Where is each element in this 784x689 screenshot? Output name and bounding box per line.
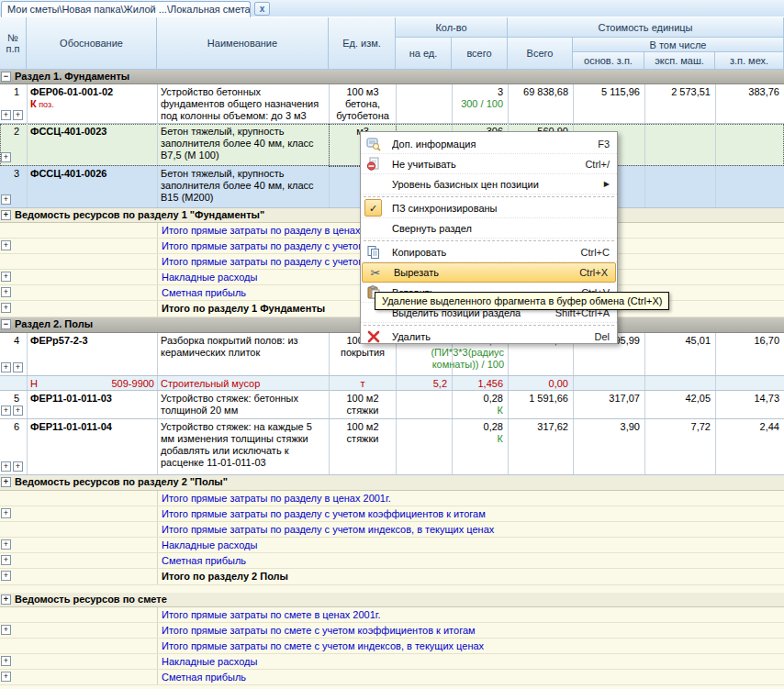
- summary-row[interactable]: Итого прямые затраты по смете в ценах 20…: [0, 607, 784, 623]
- expand-icon[interactable]: +: [13, 461, 23, 472]
- cell-row-num[interactable]: 6 + +: [0, 419, 27, 474]
- expand-icon[interactable]: +: [1, 362, 11, 372]
- summary-row[interactable]: + Сметная прибыль: [0, 553, 784, 569]
- expand-icon[interactable]: +: [1, 477, 11, 487]
- cell-mech-salary[interactable]: 383,76: [715, 84, 784, 123]
- cell-base-salary[interactable]: [573, 376, 644, 390]
- cell-code[interactable]: ФЕРр57-2-3: [27, 333, 157, 375]
- menu-item-base-price-level[interactable]: Уровень базисных цен позиции ▶: [361, 174, 617, 194]
- cell-code[interactable]: ФЕР06-01-001-02 К поз.: [27, 84, 157, 123]
- tab-close-button[interactable]: x: [254, 2, 270, 16]
- cell-base-salary[interactable]: 317,07: [573, 391, 644, 418]
- cell-code[interactable]: Н 509-9900: [27, 376, 157, 390]
- cell-name[interactable]: Бетон тяжелый, крупность заполнителя бол…: [157, 166, 329, 207]
- cell-total[interactable]: 317,62: [508, 419, 573, 474]
- expand-icon[interactable]: +: [1, 110, 11, 120]
- cell-code[interactable]: ФССЦ-401-0023: [27, 124, 157, 165]
- menu-item-ignore[interactable]: Не учитывать Ctrl+/: [361, 154, 617, 174]
- summary-row[interactable]: + Итого прямые затраты по разделу с учет…: [0, 506, 784, 522]
- position-row-1[interactable]: 1 + + ФЕР06-01-001-02 К поз. Устройство …: [0, 84, 784, 124]
- expand-icon[interactable]: +: [1, 672, 11, 682]
- expand-icon[interactable]: +: [1, 508, 11, 518]
- expand-icon[interactable]: +: [1, 571, 11, 581]
- expand-icon[interactable]: +: [1, 210, 11, 220]
- expand-icon[interactable]: +: [13, 110, 23, 120]
- cell-mech-salary[interactable]: 16,70: [715, 333, 784, 375]
- expand-icon[interactable]: +: [13, 362, 23, 372]
- summary-row[interactable]: Итого прямые затраты по смете с учетом и…: [0, 639, 784, 654]
- expand-icon[interactable]: +: [1, 287, 11, 297]
- cell-unit[interactable]: 100 м2 стяжки: [329, 419, 396, 474]
- cell-row-num[interactable]: 4 + +: [0, 333, 27, 375]
- menu-item-additional-info[interactable]: Доп. информация F3: [361, 134, 617, 154]
- cell-machines[interactable]: 45,01: [644, 333, 715, 375]
- collapse-icon[interactable]: −: [1, 319, 11, 329]
- cell-name[interactable]: Разборка покрытий полов: из керамических…: [157, 333, 329, 375]
- cell-code[interactable]: ФЕР11-01-011-04: [27, 419, 157, 474]
- cell-qty-per[interactable]: [396, 419, 452, 474]
- cell-machines[interactable]: 42,05: [644, 391, 715, 418]
- menu-item-pz-synchronized[interactable]: ✓ ПЗ синхронизированы: [361, 198, 617, 218]
- expand-icon[interactable]: +: [1, 194, 11, 205]
- cell-row-num[interactable]: 1 + +: [0, 84, 27, 123]
- cell-code[interactable]: ФЕР11-01-011-03: [27, 391, 157, 418]
- expand-icon[interactable]: +: [1, 539, 11, 550]
- cell-mech-salary[interactable]: 14,73: [715, 391, 784, 418]
- cell-machines[interactable]: [644, 166, 715, 207]
- cell-total[interactable]: 69 838,68: [508, 84, 573, 123]
- cell-machines[interactable]: [644, 376, 715, 390]
- cell-qty-per[interactable]: 5,2: [396, 376, 452, 390]
- resources-bar-estimate[interactable]: + Ведомость ресурсов по смете: [0, 593, 784, 607]
- cell-name[interactable]: Строительный мусор: [157, 376, 329, 390]
- expand-icon[interactable]: +: [1, 406, 11, 416]
- cell-machines[interactable]: [644, 124, 715, 165]
- resource-row-debris[interactable]: Н 509-9900 Строительный мусор т 5,2 1,45…: [0, 376, 784, 391]
- expand-icon[interactable]: +: [1, 625, 11, 635]
- cell-mech-salary[interactable]: [715, 124, 784, 165]
- collapse-icon[interactable]: −: [1, 72, 11, 82]
- summary-row[interactable]: + Сметная прибыль: [0, 670, 784, 685]
- cell-mech-salary[interactable]: [715, 376, 784, 390]
- expand-icon[interactable]: +: [1, 303, 11, 313]
- menu-item-copy[interactable]: Копировать Ctrl+C: [361, 242, 617, 262]
- cell-machines[interactable]: 2 573,51: [644, 84, 715, 123]
- cell-qty-per[interactable]: [396, 84, 452, 123]
- expand-icon[interactable]: +: [1, 461, 11, 472]
- position-row-5[interactable]: 5 + + ФЕР11-01-011-03 Устройство стяжек:…: [0, 391, 784, 419]
- menu-item-collapse-section[interactable]: Свернуть раздел: [361, 218, 617, 239]
- cell-name[interactable]: Устройство стяжек: бетонных толщиной 20 …: [157, 391, 329, 418]
- expand-icon[interactable]: +: [1, 272, 11, 282]
- cell-machines[interactable]: 7,72: [644, 419, 715, 474]
- summary-row[interactable]: Итого прямые затраты по разделу в ценах …: [0, 491, 784, 506]
- expand-icon[interactable]: +: [13, 406, 23, 416]
- cell-total[interactable]: 1 591,66: [508, 391, 573, 418]
- cell-name[interactable]: Бетон тяжелый, крупность заполнителя бол…: [157, 124, 329, 165]
- expand-icon[interactable]: +: [1, 555, 11, 565]
- menu-item-cut[interactable]: ✂ Вырезать Ctrl+X: [362, 262, 616, 283]
- cell-row-num[interactable]: [0, 376, 27, 390]
- menu-item-delete[interactable]: Удалить Del: [361, 327, 617, 347]
- cell-qty-total[interactable]: 1,456: [452, 376, 508, 390]
- cell-row-num[interactable]: 5 + +: [0, 391, 27, 418]
- summary-row[interactable]: + Итого прямые затраты по смете с учетом…: [0, 623, 784, 639]
- cell-qty-total[interactable]: 0,28 К: [452, 391, 508, 418]
- expand-icon[interactable]: +: [1, 595, 11, 605]
- cell-mech-salary[interactable]: [715, 166, 784, 207]
- cell-base-salary[interactable]: 5 115,96: [573, 84, 644, 123]
- expand-icon[interactable]: +: [1, 152, 11, 162]
- tab-local-estimate[interactable]: Мои сметы\Новая папка\Жилой ...\Локальна…: [1, 1, 251, 17]
- cell-unit[interactable]: 100 м3 бетона, бутобетона и: [329, 84, 396, 123]
- cell-code[interactable]: ФССЦ-401-0026: [27, 166, 157, 207]
- cell-qty-per[interactable]: [396, 391, 452, 418]
- cell-qty-total[interactable]: 0,28 К: [452, 419, 508, 474]
- summary-row[interactable]: Итого прямые затраты по разделу с учетом…: [0, 522, 784, 538]
- resources-bar-section-2[interactable]: + Ведомость ресурсов по разделу 2 "Полы": [0, 475, 784, 491]
- cell-name[interactable]: Устройство стяжек: на каждые 5 мм измене…: [157, 419, 329, 474]
- cell-name[interactable]: Устройство бетонных фундаментов общего н…: [157, 84, 329, 123]
- cell-total[interactable]: 0,00: [508, 376, 573, 390]
- cell-mech-salary[interactable]: 2,44: [715, 419, 784, 474]
- cell-row-num[interactable]: 3 +: [0, 166, 27, 207]
- summary-row-section-total[interactable]: + Итого по разделу 2 Полы: [0, 569, 784, 585]
- cell-base-salary[interactable]: 3,90: [573, 419, 644, 474]
- cell-unit[interactable]: 100 м2 стяжки: [329, 391, 396, 418]
